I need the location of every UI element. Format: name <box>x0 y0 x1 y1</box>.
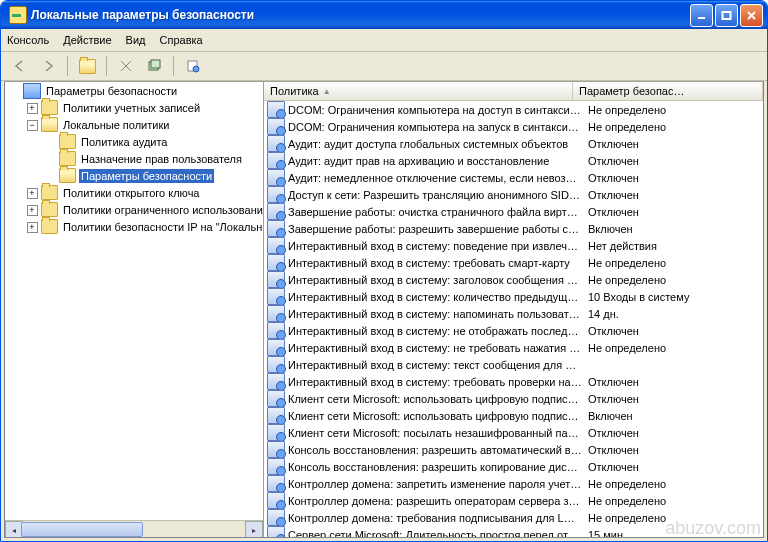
menubar: Консоль Действие Вид Справка <box>1 29 767 52</box>
policy-icon <box>267 254 285 271</box>
policy-name: DCOM: Ограничения компьютера на доступ в… <box>288 104 588 116</box>
policy-row[interactable]: Консоль восстановления: разрешить автома… <box>264 441 763 458</box>
policy-value: Не определено <box>588 104 763 116</box>
menu-console[interactable]: Консоль <box>7 34 49 46</box>
policy-row[interactable]: Интерактивный вход в систему: требовать … <box>264 254 763 271</box>
tree-root[interactable]: Параметры безопасности <box>5 82 263 99</box>
tree-node[interactable]: +Политики открытого ключа <box>5 184 263 201</box>
window: Локальные параметры безопасности Консоль… <box>0 0 768 542</box>
policy-name: Интерактивный вход в систему: требовать … <box>288 376 588 388</box>
tree-node-label: Назначение прав пользователя <box>79 152 244 166</box>
policy-name: Интерактивный вход в систему: не требова… <box>288 342 588 354</box>
forward-button[interactable] <box>35 53 61 79</box>
menu-view[interactable]: Вид <box>126 34 146 46</box>
titlebar[interactable]: Локальные параметры безопасности <box>1 1 767 29</box>
policy-icon <box>267 135 285 152</box>
list-header[interactable]: Политика▲ Параметр безопас… <box>264 82 763 101</box>
policy-row[interactable]: Контроллер домена: разрешить операторам … <box>264 492 763 509</box>
policy-value: Включен <box>588 410 763 422</box>
list-body[interactable]: DCOM: Ограничения компьютера на доступ в… <box>264 101 763 537</box>
tree-node[interactable]: +Политики безопасности IP на "Локальный … <box>5 218 263 235</box>
policy-row[interactable]: DCOM: Ограничения компьютера на запуск в… <box>264 118 763 135</box>
expand-icon[interactable]: + <box>27 188 38 199</box>
column-value[interactable]: Параметр безопас… <box>573 82 763 100</box>
tree-horizontal-scrollbar[interactable]: ◂ ▸ <box>5 520 263 537</box>
tree-root-label: Параметры безопасности <box>44 84 179 98</box>
minimize-button[interactable] <box>690 4 713 27</box>
tree-node[interactable]: Назначение прав пользователя <box>5 150 263 167</box>
tree-node[interactable]: +Политики учетных записей <box>5 99 263 116</box>
policy-row[interactable]: Клиент сети Microsoft: использовать цифр… <box>264 407 763 424</box>
policy-value: Отключен <box>588 376 763 388</box>
policy-icon <box>267 390 285 407</box>
policy-row[interactable]: Завершение работы: очистка страничного ф… <box>264 203 763 220</box>
tree-pane[interactable]: Параметры безопасности+Политики учетных … <box>5 82 264 537</box>
menu-action[interactable]: Действие <box>63 34 111 46</box>
policy-row[interactable]: Интерактивный вход в систему: требовать … <box>264 373 763 390</box>
export-list-button[interactable] <box>180 53 206 79</box>
policy-icon <box>267 288 285 305</box>
collapse-icon[interactable]: − <box>27 120 38 131</box>
policy-icon <box>267 305 285 322</box>
policy-name: Контроллер домена: запретить изменение п… <box>288 478 588 490</box>
toolbar <box>1 52 767 81</box>
policy-name: Интерактивный вход в систему: текст сооб… <box>288 359 588 371</box>
policy-row[interactable]: Интерактивный вход в систему: напоминать… <box>264 305 763 322</box>
policy-row[interactable]: Аудит: аудит доступа глобальных системны… <box>264 135 763 152</box>
close-button[interactable] <box>740 4 763 27</box>
expand-icon[interactable]: + <box>27 222 38 233</box>
tree-node[interactable]: −Локальные политики <box>5 116 263 133</box>
tree-node[interactable]: Политика аудита <box>5 133 263 150</box>
up-folder-button[interactable] <box>74 53 100 79</box>
policy-name: Консоль восстановления: разрешить копиро… <box>288 461 588 473</box>
tree-node[interactable]: +Политики ограниченного использования пр… <box>5 201 263 218</box>
policy-row[interactable]: Контроллер домена: требования подписыван… <box>264 509 763 526</box>
policy-value: Отключен <box>588 138 763 150</box>
column-policy[interactable]: Политика▲ <box>264 82 573 100</box>
policy-row[interactable]: Аудит: аудит прав на архивацию и восстан… <box>264 152 763 169</box>
maximize-button[interactable] <box>715 4 738 27</box>
policy-row[interactable]: Сервер сети Microsoft: Длительность прос… <box>264 526 763 537</box>
policy-name: Контроллер домена: требования подписыван… <box>288 512 588 524</box>
tree-node-label: Политики ограниченного использования про… <box>61 203 263 217</box>
policy-icon <box>267 152 285 169</box>
policy-row[interactable]: Интерактивный вход в систему: не требова… <box>264 339 763 356</box>
expand-icon[interactable]: + <box>27 205 38 216</box>
policy-value: Отключен <box>588 189 763 201</box>
delete-button[interactable] <box>113 53 139 79</box>
tree-node[interactable]: Параметры безопасности <box>5 167 263 184</box>
refresh-button[interactable] <box>141 53 167 79</box>
expand-icon[interactable]: + <box>27 103 38 114</box>
policy-value: Не определено <box>588 342 763 354</box>
policy-row[interactable]: Контроллер домена: запретить изменение п… <box>264 475 763 492</box>
policy-icon <box>267 186 285 203</box>
policy-row[interactable]: Консоль восстановления: разрешить копиро… <box>264 458 763 475</box>
policy-row[interactable]: Интерактивный вход в систему: поведение … <box>264 237 763 254</box>
policy-row[interactable]: Аудит: немедленное отключение системы, е… <box>264 169 763 186</box>
tree-node-label: Политики безопасности IP на "Локальный к… <box>61 220 263 234</box>
policy-icon <box>267 271 285 288</box>
scroll-right-icon[interactable]: ▸ <box>245 521 263 537</box>
policy-icon <box>267 458 285 475</box>
menu-help[interactable]: Справка <box>160 34 203 46</box>
content-split: Параметры безопасности+Политики учетных … <box>4 81 764 538</box>
security-settings-icon <box>9 6 27 24</box>
policy-row[interactable]: Интерактивный вход в систему: количество… <box>264 288 763 305</box>
back-button[interactable] <box>7 53 33 79</box>
policy-row[interactable]: Интерактивный вход в систему: текст сооб… <box>264 356 763 373</box>
policy-row[interactable]: Интерактивный вход в систему: не отображ… <box>264 322 763 339</box>
scroll-thumb[interactable] <box>21 522 143 537</box>
policy-name: Завершение работы: очистка страничного ф… <box>288 206 588 218</box>
policy-row[interactable]: Доступ к сети: Разрешить трансляцию анон… <box>264 186 763 203</box>
policy-row[interactable]: Завершение работы: разрешить завершение … <box>264 220 763 237</box>
tree-node-label: Политика аудита <box>79 135 169 149</box>
policy-name: DCOM: Ограничения компьютера на запуск в… <box>288 121 588 133</box>
policy-row[interactable]: Клиент сети Microsoft: посылать незашифр… <box>264 424 763 441</box>
policy-row[interactable]: Интерактивный вход в систему: заголовок … <box>264 271 763 288</box>
policy-row[interactable]: Клиент сети Microsoft: использовать цифр… <box>264 390 763 407</box>
policy-icon <box>267 492 285 509</box>
policy-row[interactable]: DCOM: Ограничения компьютера на доступ в… <box>264 101 763 118</box>
folder-closed-icon <box>59 151 76 166</box>
policy-name: Аудит: аудит доступа глобальных системны… <box>288 138 588 150</box>
policy-value: Не определено <box>588 512 763 524</box>
